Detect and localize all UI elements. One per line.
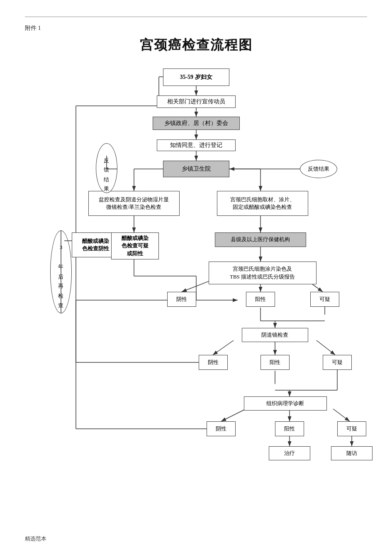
svg-line-23 <box>317 340 335 355</box>
box-b9-yi: 可疑 <box>310 292 339 307</box>
box-township-hospital: 乡镇卫生院 <box>163 161 229 177</box>
box-consent: 知情同意、进行登记 <box>157 139 236 151</box>
attachment-label: 附件 1 <box>25 24 367 32</box>
box-b13-yi: 可疑 <box>337 421 366 436</box>
flowchart: 35-59 岁妇女 相关部门进行宣传动员 乡镇政府、居（村）委会 知情同意、进行… <box>34 64 358 521</box>
box-treat: 治疗 <box>269 446 310 460</box>
box-b11-yang: 阳性 <box>261 355 290 370</box>
svg-line-29 <box>221 409 246 421</box>
svg-line-31 <box>333 409 350 421</box>
top-divider <box>25 17 367 17</box>
box-township-gov: 乡镇政府、居（村）委会 <box>153 117 240 130</box>
box-tbs-report: 宫颈巴氏细胞涂片染色及 TBS 描述性或巴氏分级报告 <box>209 262 317 284</box>
oval-fankui1: 反 馈 结 果 <box>96 143 117 193</box>
box-colposcopy: 阴道镜检查 <box>242 328 308 342</box>
box-b11-yin: 阴性 <box>199 355 228 370</box>
box-b11-yi: 可疑 <box>323 355 352 370</box>
box-county-hospital: 县级及以上医疗保健机构 <box>215 232 306 247</box>
oval-3yr: 3 年 后 再 检 查 <box>50 230 72 313</box>
page: 附件 1 宫颈癌检查流程图 <box>0 0 392 555</box>
svg-line-21 <box>213 340 234 355</box>
box-pathology: 组织病理学诊断 <box>244 396 327 411</box>
box-acetic-pos: 醋酸或碘染 色检查可疑 或阳性 <box>111 232 159 259</box>
box-pelvic-check: 盆腔检查及阴道分泌物湿片显 微镜检查/革兰染色检查 <box>88 191 180 216</box>
box-follow: 随访 <box>331 446 373 460</box>
box-b13-yin: 阴性 <box>207 421 236 436</box>
page-title: 宫颈癌检查流程图 <box>25 36 367 54</box>
box-b9-yin: 阴性 <box>167 292 196 307</box>
oval-fankui2: 反馈结果 <box>300 160 337 178</box>
box-b9-yang: 阳性 <box>246 292 275 307</box>
box-cervical-cell: 宫颈巴氏细胞取材、涂片、 固定或醋酸或碘染色检查 <box>217 191 308 216</box>
footer-label: 精选范本 <box>25 535 46 543</box>
box-women-age: 35-59 岁妇女 <box>163 68 229 86</box>
box-publicity: 相关部门进行宣传动员 <box>157 95 236 108</box>
box-b13-yang: 阳性 <box>275 421 304 436</box>
